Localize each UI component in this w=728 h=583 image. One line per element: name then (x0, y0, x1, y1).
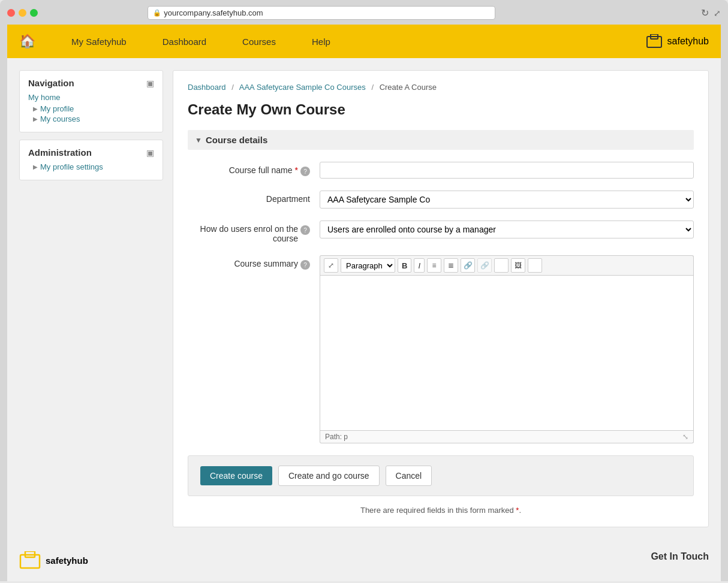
home-icon[interactable]: 🏠 (19, 34, 35, 49)
site-footer: safetyhub Get In Touch (7, 539, 721, 581)
expand-icon[interactable]: ⤢ (714, 8, 721, 18)
course-name-field (320, 162, 694, 179)
administration-collapse-icon[interactable]: ▣ (146, 148, 154, 158)
maximize-button[interactable] (30, 9, 38, 17)
section-label: Course details (206, 135, 267, 145)
sidebar-item-my-courses[interactable]: ▶ My courses (28, 114, 154, 123)
create-and-go-button[interactable]: Create and go course (278, 466, 380, 486)
rte-extra-btn[interactable] (528, 258, 542, 273)
rte-path: Path: p (325, 433, 348, 441)
rte-footer: Path: p ⤡ (320, 431, 694, 443)
required-star: * (295, 165, 298, 175)
sidebar-item-profile-settings-label: My profile settings (40, 162, 103, 171)
footer-get-in-touch-title: Get In Touch (651, 551, 709, 562)
required-note: There are required fields in this form m… (188, 506, 694, 515)
navigation-title: Navigation (28, 78, 74, 88)
enrol-help-icon[interactable]: ? (300, 225, 310, 235)
form-row-department: Department AAA Safetycare Sample Co (188, 191, 694, 209)
breadcrumb-dashboard[interactable]: Dashboard (188, 83, 226, 92)
footer-logo-icon (19, 551, 41, 569)
button-row: Create course Create and go course Cance… (188, 455, 694, 496)
required-note-text: There are required fields in this form m… (360, 506, 514, 515)
rte-empty-btn[interactable] (494, 258, 509, 273)
rte-image-btn[interactable]: 🖼 (511, 258, 525, 273)
arrow-icon-2: ▶ (33, 116, 38, 122)
nav-courses[interactable]: Courses (224, 25, 294, 58)
page-title: Create My Own Course (188, 101, 694, 118)
enrol-label-text: How do users enrol on the course (188, 224, 298, 243)
sidebar-item-profile-settings[interactable]: ▶ My profile settings (28, 162, 154, 171)
window-controls (7, 9, 38, 17)
sidebar-item-my-profile-label: My profile (40, 104, 74, 113)
department-select[interactable]: AAA Safetycare Sample Co (320, 191, 694, 209)
rte-italic-btn[interactable]: I (414, 258, 425, 273)
administration-box-header: Administration ▣ (28, 147, 154, 158)
footer-get-in-touch: Get In Touch (651, 551, 709, 562)
rte-body[interactable] (320, 275, 694, 431)
url-text: yourcompany.safetyhub.com (164, 8, 263, 17)
footer-brand: safetyhub (19, 551, 88, 569)
administration-title: Administration (28, 147, 92, 158)
department-field: AAA Safetycare Sample Co (320, 191, 694, 209)
rte-unlink-btn[interactable]: 🔗 (477, 258, 492, 273)
form-row-enrol: How do users enrol on the course ? Users… (188, 220, 694, 243)
brand-logo: safetyhub (646, 34, 709, 49)
course-name-help-icon[interactable]: ? (300, 167, 310, 176)
reload-button[interactable]: ↻ (701, 7, 709, 19)
brand-label: safetyhub (667, 36, 709, 47)
close-button[interactable] (7, 9, 15, 17)
rte-resize-handle[interactable]: ⤡ (682, 433, 688, 441)
course-details-section[interactable]: ▼ Course details (188, 130, 694, 150)
lock-icon: 🔒 (153, 9, 161, 17)
navigation-collapse-icon[interactable]: ▣ (146, 78, 154, 88)
rte-ordered-list-btn[interactable]: ≣ (444, 258, 458, 273)
browser-window: 🔒 yourcompany.safetyhub.com ↻ ⤢ 🏠 My Saf… (0, 0, 728, 581)
create-course-button[interactable]: Create course (200, 466, 272, 485)
cancel-button[interactable]: Cancel (386, 466, 432, 486)
rte-format-select[interactable]: Paragraph (341, 258, 395, 273)
sidebar-item-my-courses-label: My courses (40, 114, 80, 123)
enrol-field: Users are enrolled onto course by a mana… (320, 220, 694, 238)
rte-toolbar: ⤢ Paragraph B I ≡ ≣ 🔗 🔗 🖼 (320, 255, 694, 275)
rte-expand-btn[interactable]: ⤢ (324, 258, 338, 273)
nav-my-safetyhub[interactable]: My Safetyhub (53, 25, 145, 58)
browser-titlebar: 🔒 yourcompany.safetyhub.com ↻ ⤢ (7, 6, 721, 20)
rte-unordered-list-btn[interactable]: ≡ (427, 258, 441, 273)
main-wrapper: Navigation ▣ My home ▶ My profile ▶ My c… (7, 58, 721, 539)
top-navigation: 🏠 My Safetyhub Dashboard Courses Help sa… (7, 25, 721, 58)
rte-bold-btn[interactable]: B (398, 258, 411, 273)
breadcrumb-sep-1: / (231, 83, 234, 92)
form-row-summary: Course summary ? ⤢ Paragraph B I ≡ ≣ � (188, 255, 694, 443)
course-name-input[interactable] (320, 162, 694, 179)
summary-field: ⤢ Paragraph B I ≡ ≣ 🔗 🔗 🖼 (320, 255, 694, 443)
section-collapse-icon: ▼ (195, 136, 202, 144)
administration-box: Administration ▣ ▶ My profile settings (19, 140, 163, 180)
arrow-icon-3: ▶ (33, 164, 38, 170)
sidebar-item-my-home[interactable]: My home (28, 93, 154, 102)
breadcrumb: Dashboard / AAA Safetycare Sample Co Cou… (188, 83, 694, 92)
svg-rect-0 (647, 37, 661, 47)
sidebar-item-my-profile[interactable]: ▶ My profile (28, 104, 154, 113)
department-label-text: Department (266, 194, 310, 204)
breadcrumb-courses[interactable]: AAA Safetycare Sample Co Courses (239, 83, 366, 92)
footer-brand-label: safetyhub (46, 555, 88, 566)
course-name-label-text: Course full name (229, 165, 293, 175)
nav-dashboard[interactable]: Dashboard (145, 25, 224, 58)
summary-label: Course summary ? (188, 255, 320, 270)
safetyhub-logo-icon (646, 34, 663, 49)
summary-help-icon[interactable]: ? (300, 260, 310, 270)
course-name-label: Course full name * ? (188, 162, 320, 176)
breadcrumb-sep-2: / (371, 83, 374, 92)
form-row-course-name: Course full name * ? (188, 162, 694, 179)
navigation-box-header: Navigation ▣ (28, 78, 154, 88)
nav-help[interactable]: Help (294, 25, 348, 58)
nav-items: My Safetyhub Dashboard Courses Help (53, 25, 646, 58)
address-bar[interactable]: 🔒 yourcompany.safetyhub.com (148, 6, 495, 20)
enrol-label: How do users enrol on the course ? (188, 220, 320, 243)
enrol-select[interactable]: Users are enrolled onto course by a mana… (320, 220, 694, 238)
rte-link-btn[interactable]: 🔗 (461, 258, 475, 273)
summary-label-text: Course summary (234, 259, 298, 268)
minimize-button[interactable] (19, 9, 26, 17)
navigation-box: Navigation ▣ My home ▶ My profile ▶ My c… (19, 70, 163, 132)
content-panel: Dashboard / AAA Safetycare Sample Co Cou… (173, 70, 709, 527)
